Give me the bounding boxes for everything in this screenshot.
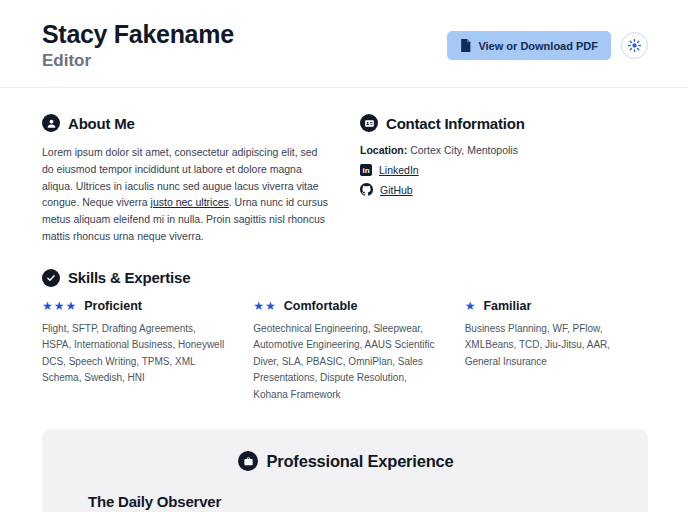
skill-items: Flight, SFTP, Drafting Agreements, HSPA,…: [42, 321, 225, 387]
company-name: The Daily Observer: [88, 493, 604, 510]
location-label: Location:: [360, 144, 407, 156]
skill-group-familiar: ★ Familiar Business Planning, WF, PFlow,…: [465, 299, 648, 404]
identity-block: Stacy Fakename Editor: [42, 20, 234, 71]
contact-section-title: Contact Information: [360, 114, 648, 132]
skill-group-label: Proficient: [84, 299, 142, 313]
pdf-button-label: View or Download PDF: [478, 40, 598, 52]
linkedin-link-row: in LinkedIn: [360, 164, 648, 176]
skill-group-head: ★ Familiar: [465, 299, 648, 313]
stars-icon: ★: [465, 299, 477, 313]
document-icon: [460, 39, 471, 52]
briefcase-icon: [238, 451, 258, 471]
role-subtitle: Editor: [42, 51, 234, 71]
linkedin-icon: in: [360, 164, 372, 176]
about-text: Lorem ipsum dolor sit amet, consectetur …: [42, 144, 330, 245]
skill-items: Geotechnical Engineering, Sleepwear, Aut…: [253, 321, 436, 404]
main-columns: About Me Lorem ipsum dolor sit amet, con…: [0, 88, 688, 245]
linkedin-link[interactable]: LinkedIn: [379, 164, 419, 176]
location-line: Location: Cortex City, Mentopolis: [360, 144, 648, 156]
about-title: About Me: [68, 115, 135, 132]
skill-group-label: Comfortable: [284, 299, 358, 313]
skill-group-head: ★★★ Proficient: [42, 299, 225, 313]
skills-section-title: Skills & Expertise: [42, 269, 648, 287]
page-title: Stacy Fakename: [42, 20, 234, 49]
contact-section: Contact Information Location: Cortex Cit…: [360, 114, 648, 245]
skills-grid: ★★★ Proficient Flight, SFTP, Drafting Ag…: [42, 299, 648, 404]
check-icon: [42, 269, 60, 287]
view-download-pdf-button[interactable]: View or Download PDF: [447, 31, 611, 60]
page-header: Stacy Fakename Editor View or Download P…: [0, 0, 688, 71]
skill-group-head: ★★ Comfortable: [253, 299, 436, 313]
experience-card: Professional Experience The Daily Observ…: [42, 429, 648, 512]
skills-section: Skills & Expertise ★★★ Proficient Flight…: [0, 245, 688, 404]
about-inline-link[interactable]: justo nec ultrices: [151, 196, 229, 208]
skills-title: Skills & Expertise: [68, 269, 190, 286]
location-value: Cortex City, Mentopolis: [407, 144, 518, 156]
theme-toggle-button[interactable]: [621, 32, 648, 59]
skill-group-label: Familiar: [483, 299, 531, 313]
skill-group-comfortable: ★★ Comfortable Geotechnical Engineering,…: [253, 299, 436, 404]
skill-group-proficient: ★★★ Proficient Flight, SFTP, Drafting Ag…: [42, 299, 225, 404]
about-section: About Me Lorem ipsum dolor sit amet, con…: [42, 114, 330, 245]
stars-icon: ★★★: [42, 299, 77, 313]
about-section-title: About Me: [42, 114, 330, 132]
github-link[interactable]: GitHub: [380, 184, 413, 196]
sun-icon: [628, 39, 641, 52]
github-link-row: GitHub: [360, 183, 648, 196]
experience-section-title: Professional Experience: [88, 451, 604, 471]
experience-title: Professional Experience: [266, 452, 453, 471]
contact-card-icon: [360, 114, 378, 132]
stars-icon: ★★: [253, 299, 277, 313]
skill-items: Business Planning, WF, PFlow, XMLBeans, …: [465, 321, 648, 371]
person-icon: [42, 114, 60, 132]
contact-title: Contact Information: [386, 115, 525, 132]
github-icon: [360, 183, 373, 196]
header-actions: View or Download PDF: [447, 31, 648, 60]
